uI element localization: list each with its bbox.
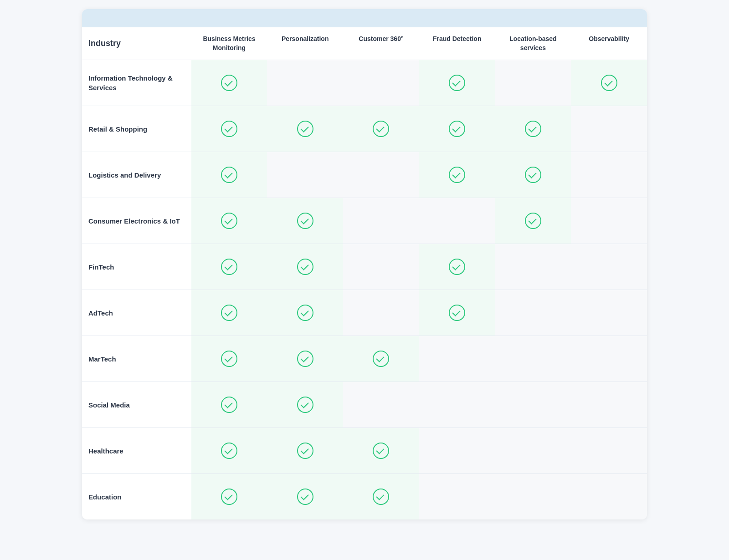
cell-row9-col1 [267, 474, 343, 520]
check-icon [221, 121, 237, 137]
cell-row0-col4 [495, 60, 571, 106]
cell-row4-col3 [419, 244, 495, 290]
check-icon [221, 305, 237, 321]
cell-row5-col5 [571, 290, 647, 336]
cell-row4-col0 [191, 244, 267, 290]
cell-row5-col2 [343, 290, 419, 336]
check-icon [221, 167, 237, 183]
table-row: Retail & Shopping [82, 106, 647, 152]
cell-row7-col3 [419, 382, 495, 428]
table-row: AdTech [82, 290, 647, 336]
table-row: MarTech [82, 336, 647, 382]
cell-row3-col4 [495, 198, 571, 244]
check-icon [449, 305, 465, 321]
table-row: FinTech [82, 244, 647, 290]
check-icon [449, 75, 465, 91]
cell-row3-col5 [571, 198, 647, 244]
use-cases-table: Industry Business Metrics Monitoring Per… [82, 27, 647, 519]
check-icon [297, 489, 313, 505]
col-header-2: Customer 360° [343, 27, 419, 60]
cell-row4-col2 [343, 244, 419, 290]
cell-row4-col5 [571, 244, 647, 290]
cell-row7-col4 [495, 382, 571, 428]
cell-row1-col1 [267, 106, 343, 152]
cell-row9-col5 [571, 474, 647, 520]
cell-row2-col1 [267, 152, 343, 198]
industry-cell: Consumer Electronics & IoT [82, 198, 191, 244]
check-icon [221, 351, 237, 367]
check-icon [297, 397, 313, 413]
industry-cell: MarTech [82, 336, 191, 382]
cell-row7-col1 [267, 382, 343, 428]
table-row: Healthcare [82, 428, 647, 474]
check-icon [297, 213, 313, 229]
cell-row7-col0 [191, 382, 267, 428]
check-icon [297, 443, 313, 459]
cell-row2-col5 [571, 152, 647, 198]
cell-row3-col0 [191, 198, 267, 244]
check-icon [373, 351, 389, 367]
cell-row1-col3 [419, 106, 495, 152]
cell-row4-col4 [495, 244, 571, 290]
check-icon [297, 259, 313, 275]
cell-row0-col1 [267, 60, 343, 106]
industry-cell: AdTech [82, 290, 191, 336]
cell-row8-col3 [419, 428, 495, 474]
industry-cell: Healthcare [82, 428, 191, 474]
cell-row8-col5 [571, 428, 647, 474]
cell-row9-col4 [495, 474, 571, 520]
check-icon [297, 121, 313, 137]
cell-row1-col0 [191, 106, 267, 152]
table-row: Consumer Electronics & IoT [82, 198, 647, 244]
cell-row8-col0 [191, 428, 267, 474]
cell-row3-col3 [419, 198, 495, 244]
cell-row7-col5 [571, 382, 647, 428]
col-header-3: Fraud Detection [419, 27, 495, 60]
page-title [82, 9, 647, 27]
cell-row9-col3 [419, 474, 495, 520]
table-row: Information Technology & Services [82, 60, 647, 106]
page-wrapper: Industry Business Metrics Monitoring Per… [82, 9, 647, 519]
industry-cell: Logistics and Delivery [82, 152, 191, 198]
industry-cell: FinTech [82, 244, 191, 290]
check-icon [525, 121, 541, 137]
check-icon [449, 259, 465, 275]
table-row: Logistics and Delivery [82, 152, 647, 198]
check-icon [373, 443, 389, 459]
cell-row6-col1 [267, 336, 343, 382]
cell-row8-col4 [495, 428, 571, 474]
check-icon [373, 121, 389, 137]
cell-row8-col1 [267, 428, 343, 474]
cell-row1-col2 [343, 106, 419, 152]
cell-row5-col3 [419, 290, 495, 336]
check-icon [373, 489, 389, 505]
cell-row5-col4 [495, 290, 571, 336]
industry-header: Industry [82, 27, 191, 60]
check-icon [221, 489, 237, 505]
check-icon [449, 121, 465, 137]
table-row: Social Media [82, 382, 647, 428]
col-header-0: Business Metrics Monitoring [191, 27, 267, 60]
table-row: Education [82, 474, 647, 520]
cell-row6-col0 [191, 336, 267, 382]
check-icon [221, 213, 237, 229]
cell-row6-col4 [495, 336, 571, 382]
cell-row1-col4 [495, 106, 571, 152]
cell-row0-col5 [571, 60, 647, 106]
cell-row5-col1 [267, 290, 343, 336]
cell-row0-col0 [191, 60, 267, 106]
check-icon [525, 213, 541, 229]
cell-row6-col5 [571, 336, 647, 382]
check-icon [449, 167, 465, 183]
cell-row2-col3 [419, 152, 495, 198]
industry-cell: Social Media [82, 382, 191, 428]
cell-row9-col2 [343, 474, 419, 520]
cell-row5-col0 [191, 290, 267, 336]
cell-row2-col4 [495, 152, 571, 198]
cell-row0-col3 [419, 60, 495, 106]
check-icon [297, 351, 313, 367]
industry-cell: Retail & Shopping [82, 106, 191, 152]
cell-row2-col2 [343, 152, 419, 198]
check-icon [525, 167, 541, 183]
industry-cell: Information Technology & Services [82, 60, 191, 106]
